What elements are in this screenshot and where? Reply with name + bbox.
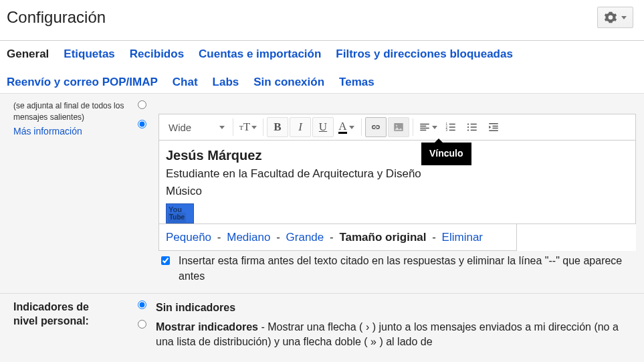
tooltip-link: Vínculo bbox=[421, 143, 471, 165]
svg-point-5 bbox=[467, 123, 469, 124]
no-indicators-label: Sin indicadores bbox=[156, 302, 235, 313]
svg-text:3: 3 bbox=[446, 128, 448, 132]
bullet-list-icon bbox=[466, 121, 478, 133]
tab-reenvio[interactable]: Reenvío y correo POP/IMAP bbox=[7, 76, 158, 89]
tab-cuentas[interactable]: Cuentas e importación bbox=[199, 48, 321, 61]
size-medium-link[interactable]: Mediano bbox=[227, 231, 270, 244]
indent-button[interactable] bbox=[483, 117, 504, 137]
page-title: Configuración bbox=[7, 8, 106, 27]
signature-line2: Músico bbox=[166, 182, 629, 199]
indent-icon bbox=[488, 121, 500, 133]
chevron-down-icon bbox=[251, 126, 257, 129]
align-left-icon bbox=[419, 121, 431, 133]
insert-before-label: Insertar esta firma antes del texto cita… bbox=[179, 254, 636, 284]
learn-more-link[interactable]: Más información bbox=[13, 126, 82, 137]
chevron-down-icon bbox=[621, 16, 627, 19]
size-small-link[interactable]: Pequeño bbox=[166, 231, 211, 244]
size-large-link[interactable]: Grande bbox=[286, 231, 324, 244]
italic-button[interactable]: I bbox=[290, 117, 311, 137]
svg-point-1 bbox=[396, 125, 397, 126]
chevron-down-icon bbox=[219, 126, 225, 129]
signature-content-area[interactable]: Jesús Márquez Estudiante en la Facultad … bbox=[158, 141, 636, 224]
font-family-selector[interactable]: Wide bbox=[163, 120, 230, 134]
chevron-down-icon bbox=[349, 126, 354, 129]
insert-before-checkbox[interactable] bbox=[161, 256, 170, 265]
gear-icon bbox=[604, 11, 617, 24]
underline-button[interactable]: U bbox=[312, 117, 334, 137]
numbered-list-icon: 123 bbox=[445, 121, 457, 133]
image-icon bbox=[393, 121, 405, 133]
tab-chat[interactable]: Chat bbox=[173, 76, 198, 89]
editor-toolbar: Wide тT B I U bbox=[158, 114, 636, 141]
signature-none-radio[interactable] bbox=[138, 100, 146, 109]
no-indicators-radio[interactable] bbox=[138, 300, 146, 309]
size-original-current: Tamaño original bbox=[339, 231, 426, 244]
tab-sinconexion[interactable]: Sin conexión bbox=[253, 76, 324, 89]
signature-note: (se adjunta al final de todos los mensaj… bbox=[13, 100, 131, 123]
settings-gear-button[interactable] bbox=[597, 7, 633, 28]
insert-image-button[interactable] bbox=[388, 117, 409, 137]
signature-name: Jesús Márquez bbox=[166, 143, 629, 165]
settings-tabs: General Etiquetas Recibidos Cuentas e im… bbox=[0, 41, 644, 93]
svg-point-7 bbox=[467, 129, 469, 130]
tab-temas[interactable]: Temas bbox=[339, 76, 374, 89]
section-signature: (se adjunta al final de todos los mensaj… bbox=[0, 94, 644, 293]
signature-line1: Estudiante en la Facultad de Arquitectur… bbox=[166, 165, 629, 182]
youtube-image[interactable] bbox=[166, 203, 194, 223]
align-button[interactable] bbox=[416, 117, 440, 137]
tab-general[interactable]: General bbox=[7, 48, 49, 61]
numbered-list-button[interactable]: 123 bbox=[440, 117, 461, 137]
svg-point-6 bbox=[467, 126, 469, 128]
tab-recibidos[interactable]: Recibidos bbox=[130, 48, 184, 61]
tab-etiquetas[interactable]: Etiquetas bbox=[64, 48, 115, 61]
link-icon bbox=[370, 121, 382, 133]
chevron-down-icon bbox=[432, 126, 437, 129]
size-remove-link[interactable]: Eliminar bbox=[442, 231, 483, 244]
tab-labs[interactable]: Labs bbox=[213, 76, 239, 89]
insert-link-button[interactable] bbox=[365, 117, 387, 137]
image-size-bar: Pequeño - Mediano - Grande - Tamaño orig… bbox=[158, 224, 517, 252]
signature-editor: Wide тT B I U bbox=[158, 114, 636, 251]
section-indicators: Indicadores de nivel personal: Sin indic… bbox=[0, 293, 644, 362]
font-size-button[interactable]: тT bbox=[236, 117, 260, 137]
signature-use-radio[interactable] bbox=[138, 120, 146, 128]
show-indicators-radio[interactable] bbox=[138, 320, 146, 329]
bullet-list-button[interactable] bbox=[461, 117, 483, 137]
tab-filtros[interactable]: Filtros y direcciones bloqueadas bbox=[336, 48, 513, 61]
text-color-button[interactable]: A bbox=[334, 117, 358, 137]
font-family-value: Wide bbox=[169, 120, 191, 134]
indicators-title-2: nivel personal: bbox=[13, 314, 131, 329]
show-indicators-bold: Mostrar indicadores bbox=[156, 321, 258, 333]
bold-button[interactable]: B bbox=[267, 117, 288, 137]
indicators-title-1: Indicadores de bbox=[13, 300, 131, 314]
